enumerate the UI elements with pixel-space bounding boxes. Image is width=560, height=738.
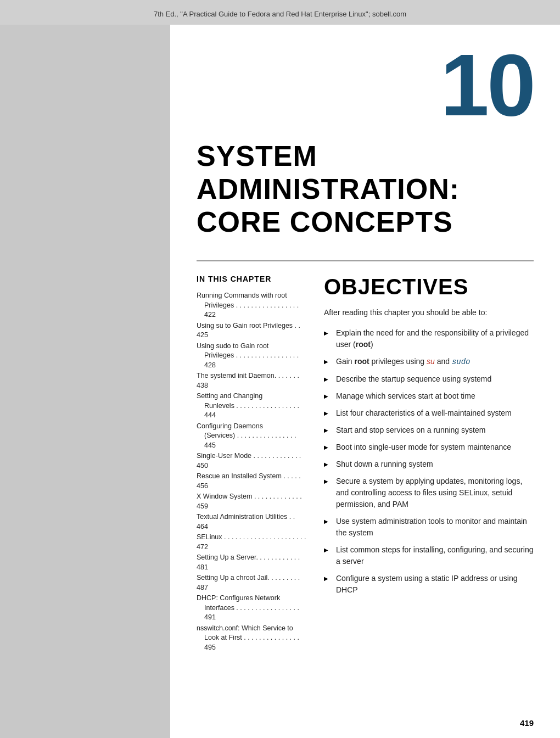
header-text: 7th Ed., "A Practical Guide to Fedora an… bbox=[154, 10, 406, 18]
objective-item: List four characteristics of a well-main… bbox=[324, 407, 534, 419]
toc-entry: Setting Up a Server. . . . . . . . . . .… bbox=[197, 553, 306, 572]
objectives-intro: After reading this chapter you should be… bbox=[324, 307, 534, 318]
objective-item: List common steps for installing, config… bbox=[324, 544, 534, 567]
toc-entry: Using sudo to Gain rootPrivileges . . . … bbox=[197, 342, 306, 371]
objective-item: Manage which services start at boot time bbox=[324, 390, 534, 402]
in-this-chapter-heading: In This Chapter bbox=[197, 275, 306, 283]
toc-entry: nsswitch.conf: Which Service toLook at F… bbox=[197, 624, 306, 653]
toc-entry: The systemd init Daemon. . . . . . . 438 bbox=[197, 371, 306, 390]
objective-item: Configure a system using a static IP add… bbox=[324, 573, 534, 596]
toc-entry: Using su to Gain root Privileges . . 425 bbox=[197, 321, 306, 340]
toc-entry: Textual Administration Utilities . . 464 bbox=[197, 512, 306, 532]
objective-item: Explain the need for and the responsibil… bbox=[324, 327, 534, 350]
objectives-heading: Objectives bbox=[324, 275, 534, 299]
page-number: 419 bbox=[520, 718, 534, 728]
page-layout: 10 System Administration: Core Concepts … bbox=[0, 25, 560, 738]
toc-entry: Rescue an Installed System . . . . . 456 bbox=[197, 472, 306, 491]
toc-entry: Single-User Mode . . . . . . . . . . . .… bbox=[197, 451, 306, 471]
chapter-title: System Administration: Core Concepts bbox=[197, 140, 534, 238]
two-col-section: In This Chapter Running Commands with ro… bbox=[197, 275, 534, 653]
objective-item: Use system administration tools to monit… bbox=[324, 516, 534, 539]
toc-entry: Configuring Daemons(Services) . . . . . … bbox=[197, 422, 306, 451]
toc-entry: Setting and ChangingRunlevels . . . . . … bbox=[197, 392, 306, 421]
toc-entry: SELinux . . . . . . . . . . . . . . . . … bbox=[197, 533, 306, 552]
objective-item: Describe the startup sequence using syst… bbox=[324, 373, 534, 385]
objective-item: Gain root privileges using su and sudo bbox=[324, 356, 534, 368]
sidebar bbox=[0, 25, 170, 738]
objective-item: Start and stop services on a running sys… bbox=[324, 424, 534, 436]
toc-entry: X Window System . . . . . . . . . . . . … bbox=[197, 492, 306, 511]
sidebar-content bbox=[0, 25, 170, 47]
objective-item: Secure a system by applying updates, mon… bbox=[324, 476, 534, 510]
objectives-list: Explain the need for and the responsibil… bbox=[324, 327, 534, 596]
page-header: 7th Ed., "A Practical Guide to Fedora an… bbox=[0, 0, 560, 25]
toc-entry: Running Commands with rootPrivileges . .… bbox=[197, 291, 306, 320]
toc-list: Running Commands with rootPrivileges . .… bbox=[197, 291, 306, 652]
objective-item: Shut down a running system bbox=[324, 459, 534, 470]
section-divider bbox=[197, 260, 534, 261]
in-this-chapter-col: In This Chapter Running Commands with ro… bbox=[197, 275, 306, 653]
toc-entry: DHCP: Configures NetworkInterfaces . . .… bbox=[197, 594, 306, 623]
toc-entry: Setting Up a chroot Jail. . . . . . . . … bbox=[197, 573, 306, 592]
objectives-col: Objectives After reading this chapter yo… bbox=[324, 275, 534, 601]
objective-item: Boot into single-user mode for system ma… bbox=[324, 441, 534, 453]
chapter-number: 10 bbox=[197, 25, 534, 129]
chapter-title-text: System Administration: Core Concepts bbox=[197, 140, 534, 238]
main-content: 10 System Administration: Core Concepts … bbox=[170, 25, 560, 738]
